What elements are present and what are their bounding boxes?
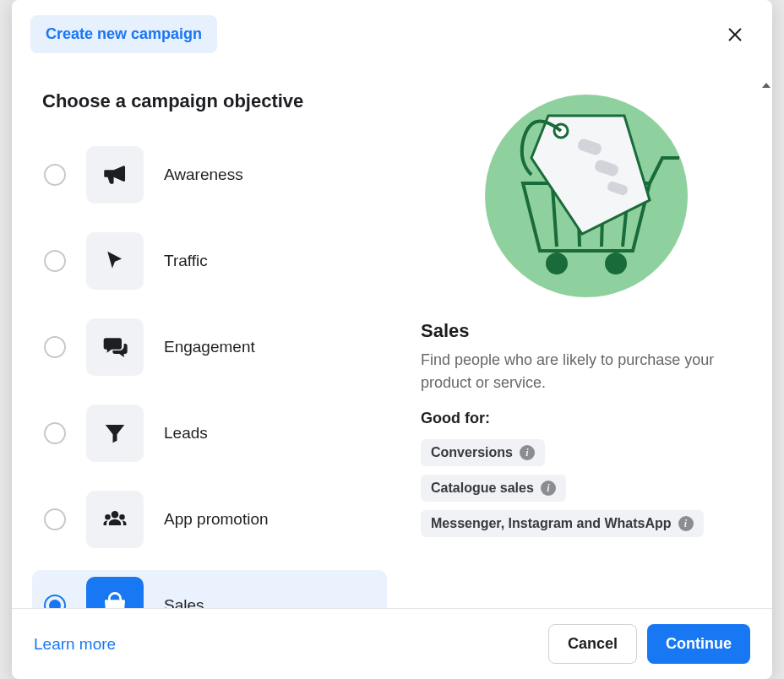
- radio-awareness[interactable]: [44, 164, 66, 186]
- info-icon[interactable]: i: [520, 445, 535, 460]
- close-icon: [726, 25, 744, 44]
- objective-label: Leads: [164, 424, 208, 443]
- scrollbar[interactable]: [760, 83, 772, 608]
- close-button[interactable]: [721, 21, 749, 48]
- people-icon: [86, 491, 144, 548]
- modal-footer: Learn more Cancel Continue: [12, 608, 772, 679]
- objective-label: App promotion: [164, 510, 269, 529]
- radio-traffic[interactable]: [44, 250, 66, 272]
- radio-engagement[interactable]: [44, 336, 66, 358]
- svg-point-10: [547, 254, 566, 273]
- tag-label: Catalogue sales: [431, 481, 534, 496]
- footer-buttons: Cancel Continue: [548, 624, 750, 664]
- svg-point-4: [119, 514, 125, 520]
- sales-illustration: [481, 90, 692, 301]
- objective-awareness[interactable]: Awareness: [32, 139, 387, 210]
- svg-point-11: [607, 254, 625, 273]
- info-icon[interactable]: i: [678, 516, 694, 531]
- info-icon[interactable]: i: [541, 481, 556, 496]
- learn-more-link[interactable]: Learn more: [34, 635, 116, 654]
- objective-label: Awareness: [164, 166, 243, 184]
- tags-list: Conversions i Catalogue sales i Messenge…: [421, 439, 752, 537]
- radio-sales[interactable]: [44, 595, 66, 608]
- objective-engagement[interactable]: Engagement: [32, 312, 387, 383]
- campaign-modal: Create new campaign Choose a campaign ob…: [12, 0, 772, 679]
- objective-label: Sales: [164, 596, 204, 608]
- objectives-column: Choose a campaign objective Awareness Tr…: [32, 90, 387, 608]
- objective-label: Engagement: [164, 338, 255, 356]
- comments-icon: [86, 318, 144, 376]
- objective-sales[interactable]: Sales: [32, 570, 387, 608]
- radio-app-promotion[interactable]: [44, 508, 66, 530]
- cursor-icon: [86, 232, 144, 290]
- tag-messaging-apps: Messenger, Instagram and WhatsApp i: [421, 510, 704, 537]
- section-title: Choose a campaign objective: [42, 90, 387, 112]
- tag-label: Messenger, Instagram and WhatsApp: [431, 516, 672, 531]
- detail-column: Sales Find people who are likely to purc…: [421, 90, 752, 608]
- objective-label: Traffic: [164, 252, 208, 270]
- svg-point-2: [112, 511, 119, 519]
- good-for-label: Good for:: [421, 410, 752, 427]
- detail-description: Find people who are likely to purchase y…: [421, 349, 752, 394]
- tag-label: Conversions: [431, 445, 513, 460]
- continue-button[interactable]: Continue: [647, 624, 750, 664]
- modal-body: Choose a campaign objective Awareness Tr…: [12, 65, 772, 608]
- objective-leads[interactable]: Leads: [32, 398, 387, 469]
- objective-traffic[interactable]: Traffic: [32, 225, 387, 296]
- detail-title: Sales: [421, 320, 752, 342]
- tag-conversions: Conversions i: [421, 439, 545, 466]
- create-campaign-tab[interactable]: Create new campaign: [30, 15, 217, 53]
- modal-header: Create new campaign: [12, 0, 772, 65]
- radio-leads[interactable]: [44, 422, 66, 444]
- tag-catalogue-sales: Catalogue sales i: [421, 475, 566, 502]
- objective-app-promotion[interactable]: App promotion: [32, 484, 387, 555]
- shopping-bag-icon: [86, 577, 144, 608]
- megaphone-icon: [86, 146, 144, 204]
- cancel-button[interactable]: Cancel: [548, 624, 637, 664]
- scroll-up-icon: [762, 83, 770, 88]
- svg-point-3: [105, 514, 111, 520]
- funnel-icon: [86, 405, 144, 462]
- objectives-list: Awareness Traffic Engagement: [32, 139, 387, 608]
